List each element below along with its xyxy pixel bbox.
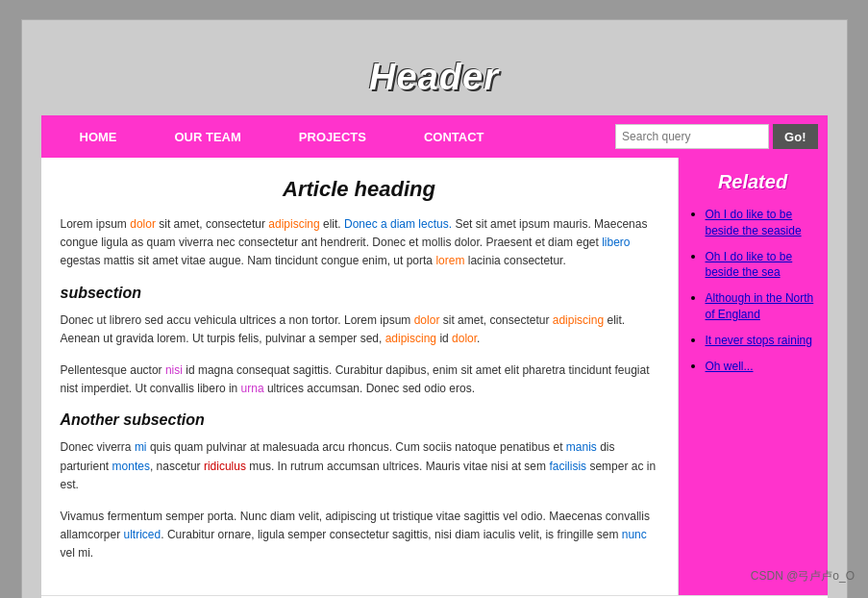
site-title: Header xyxy=(41,57,828,98)
article-heading: Article heading xyxy=(61,177,658,202)
link-donec[interactable]: Donec a diam lectus. xyxy=(344,217,452,231)
intro-para: Lorem ipsum dolor sit amet, consectetur … xyxy=(61,215,658,271)
list-item: Oh I do like to be beside the seaside xyxy=(706,207,816,239)
link-ultriced[interactable]: ultriced xyxy=(124,528,161,541)
list-item: It never stops raining xyxy=(706,333,816,349)
link-dolor2[interactable]: dolor xyxy=(414,313,440,327)
nav-our-team[interactable]: OUR TEAM xyxy=(146,115,270,158)
link-mi[interactable]: mi xyxy=(135,440,147,454)
sidebar-link-2[interactable]: Oh I do like to be beside the sea xyxy=(706,250,793,280)
subsection1-heading: subsection xyxy=(61,285,658,302)
sidebar-link-4[interactable]: It never stops raining xyxy=(706,334,812,347)
link-adipiscing2[interactable]: adipiscing xyxy=(553,313,604,327)
sidebar-link-3[interactable]: Although in the North of England xyxy=(706,291,814,321)
sidebar-heading: Related xyxy=(690,171,816,193)
link-ridiculus[interactable]: ridiculus xyxy=(204,460,246,473)
list-item: Oh I do like to be beside the sea xyxy=(706,249,816,282)
sidebar: Related Oh I do like to be beside the se… xyxy=(679,158,828,595)
search-button[interactable]: Go! xyxy=(773,124,817,149)
list-item: Oh well... xyxy=(706,359,816,375)
page-wrapper: Header HOME OUR TEAM PROJECTS CONTACT Go… xyxy=(21,19,848,598)
link-nisi[interactable]: nisi xyxy=(165,363,183,377)
article-section: Article heading Lorem ipsum dolor sit am… xyxy=(41,158,679,595)
sidebar-link-1[interactable]: Oh I do like to be beside the seaside xyxy=(706,208,802,237)
main-content: Article heading Lorem ipsum dolor sit am… xyxy=(41,158,828,595)
watermark: CSDN @弓卢卢o_O xyxy=(751,568,855,585)
header-area: Header xyxy=(41,39,828,115)
nav-projects[interactable]: PROJECTS xyxy=(270,115,395,158)
search-input[interactable] xyxy=(615,124,769,149)
nav-home[interactable]: HOME xyxy=(51,115,146,158)
nav-links: HOME OUR TEAM PROJECTS CONTACT xyxy=(51,115,616,158)
list-item: Although in the North of England xyxy=(706,290,816,323)
subsection2-para1: Donec viverra mi quis quam pulvinar at m… xyxy=(61,438,658,494)
link-lorem[interactable]: lorem xyxy=(435,254,464,267)
search-area: Go! xyxy=(615,124,817,149)
link-adipiscing3[interactable]: adipiscing xyxy=(385,332,436,345)
subsection2-heading: Another subsection xyxy=(61,411,658,429)
link-urna[interactable]: urna xyxy=(241,382,264,395)
link-montes[interactable]: montes xyxy=(112,460,150,473)
nav-bar: HOME OUR TEAM PROJECTS CONTACT Go! xyxy=(41,115,828,158)
link-manis[interactable]: manis xyxy=(566,440,597,454)
link-dolor[interactable]: dolor xyxy=(130,217,156,231)
link-dolor3[interactable]: dolor xyxy=(452,332,477,345)
subsection1-para1: Donec ut librero sed accu vehicula ultri… xyxy=(61,311,658,348)
link-facilisis[interactable]: facilisis xyxy=(549,460,586,473)
subsection2-para2: Vivamus fermentum semper porta. Nunc dia… xyxy=(61,508,658,563)
subsection1-para2: Pellentesque auctor nisi id magna conseq… xyxy=(61,361,658,398)
link-adipiscing[interactable]: adipiscing xyxy=(268,217,319,231)
sidebar-link-5[interactable]: Oh well... xyxy=(706,360,754,373)
nav-contact[interactable]: CONTACT xyxy=(395,115,513,158)
link-nunc[interactable]: nunc xyxy=(622,528,647,541)
sidebar-list: Oh I do like to be beside the seaside Oh… xyxy=(690,207,816,374)
link-libero[interactable]: libero xyxy=(602,236,630,249)
